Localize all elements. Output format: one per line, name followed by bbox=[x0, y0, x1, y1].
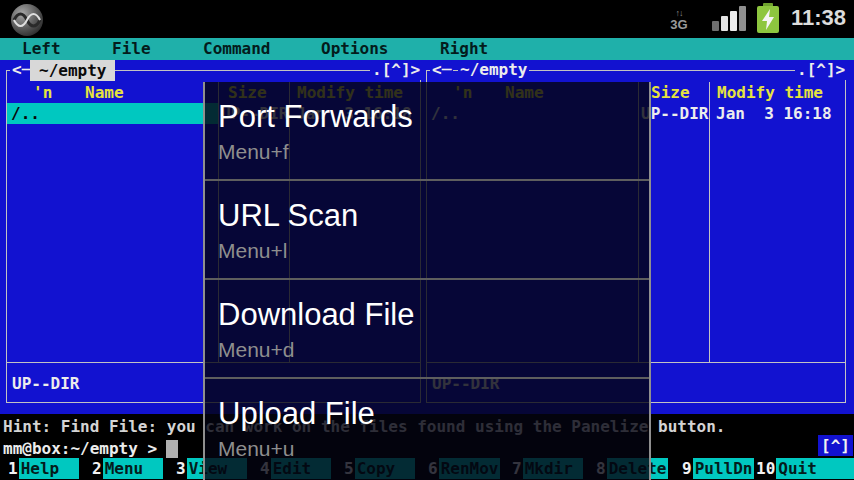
left-col-header-mark: 'n bbox=[33, 83, 52, 103]
right-panel-row-size: UP--DIR bbox=[641, 104, 708, 124]
right-panel-history-arrow[interactable]: <─ bbox=[430, 60, 453, 80]
fkey-10-quit[interactable]: 10Quit bbox=[756, 458, 854, 479]
right-panel-title[interactable]: ~/empty bbox=[458, 60, 529, 80]
terminal-cursor[interactable] bbox=[166, 440, 178, 458]
connectbot-app-icon bbox=[10, 3, 44, 37]
menu-item-url-scan[interactable]: URL Scan Menu+l bbox=[205, 181, 649, 280]
menubar-item-left[interactable]: Left bbox=[22, 39, 61, 58]
right-panel-right-border bbox=[845, 70, 846, 403]
left-col-header-name: Name bbox=[85, 83, 124, 103]
fkey-9-pulldn[interactable]: 9PullDn bbox=[682, 458, 754, 479]
android-status-bar: ↑↓ 3G 11:38 bbox=[0, 0, 854, 38]
right-panel-col-sep-2 bbox=[709, 82, 710, 362]
menu-item-label: Upload File bbox=[218, 396, 375, 432]
left-panel-title[interactable]: ~/empty bbox=[30, 60, 115, 81]
signal-strength-icon bbox=[712, 6, 748, 31]
left-panel-row-name[interactable]: /.. bbox=[11, 104, 40, 124]
right-panel-corner-tag: .[^]> bbox=[795, 60, 847, 80]
screen: ↑↓ 3G 11:38 Left File Command Options Ri… bbox=[0, 0, 854, 480]
battery-charging-icon bbox=[757, 6, 779, 33]
menu-item-shortcut: Menu+f bbox=[218, 140, 289, 164]
menubar-item-command[interactable]: Command bbox=[203, 39, 270, 58]
menu-item-download-file[interactable]: Download File Menu+d bbox=[205, 280, 649, 379]
left-panel-corner-tag: .[^]> bbox=[370, 60, 422, 80]
menubar-item-options[interactable]: Options bbox=[321, 39, 388, 58]
context-menu: Port Forwards Menu+f URL Scan Menu+l Dow… bbox=[203, 82, 651, 480]
menubar-item-right[interactable]: Right bbox=[440, 39, 488, 58]
mc-menubar: Left File Command Options Right bbox=[0, 38, 854, 60]
menu-item-shortcut: Menu+u bbox=[218, 437, 294, 461]
menubar-item-file[interactable]: File bbox=[112, 39, 151, 58]
fkey-1-help[interactable]: 1Help bbox=[8, 458, 79, 479]
left-panel-mini-status: UP--DIR bbox=[12, 374, 79, 394]
network-type-icon: ↑↓ 3G bbox=[666, 8, 692, 30]
menu-item-label: Download File bbox=[218, 297, 414, 333]
fkey-2-menu[interactable]: 2Menu bbox=[92, 458, 163, 479]
menu-item-label: URL Scan bbox=[218, 198, 358, 234]
right-col-header-mtime: Modify time bbox=[717, 83, 823, 103]
command-prompt[interactable]: mm@box:~/empty > bbox=[3, 439, 157, 459]
menu-item-shortcut: Menu+d bbox=[218, 338, 294, 362]
menu-item-port-forwards[interactable]: Port Forwards Menu+f bbox=[205, 82, 649, 181]
menu-item-shortcut: Menu+l bbox=[218, 239, 287, 263]
clock: 11:38 bbox=[791, 5, 846, 31]
scroll-up-indicator: [^] bbox=[818, 435, 853, 456]
menu-item-upload-file[interactable]: Upload File Menu+u bbox=[205, 379, 649, 478]
menu-item-label: Port Forwards bbox=[218, 99, 413, 135]
right-panel-row-mtime: Jan 3 16:18 bbox=[716, 104, 832, 124]
right-col-header-size: Size bbox=[651, 83, 690, 103]
